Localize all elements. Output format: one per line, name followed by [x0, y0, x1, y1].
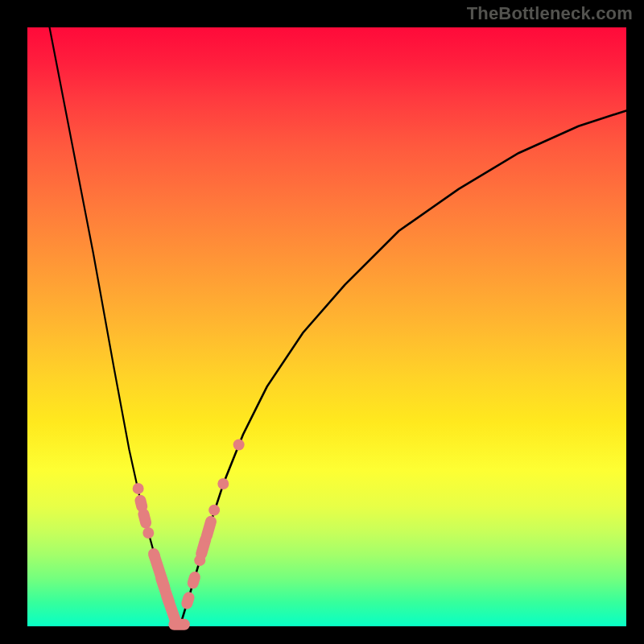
- chart-frame: TheBottleneck.com: [0, 0, 644, 644]
- markers-left-group: [133, 483, 183, 627]
- marker-capsule: [186, 570, 202, 590]
- marker-point: [142, 527, 154, 539]
- marker-capsule: [160, 589, 183, 627]
- chart-svg: [27, 27, 626, 626]
- curve-left-branch: [50, 27, 180, 625]
- marker-point: [233, 440, 245, 451]
- marker-point: [217, 478, 229, 489]
- curve-right-branch: [180, 110, 626, 625]
- watermark-text: TheBottleneck.com: [467, 3, 633, 24]
- marker-point: [208, 505, 220, 516]
- plot-area: [27, 27, 626, 626]
- marker-capsule: [180, 591, 196, 611]
- marker-capsule: [200, 514, 217, 543]
- marker-point: [133, 483, 144, 494]
- markers-right-group: [180, 440, 245, 611]
